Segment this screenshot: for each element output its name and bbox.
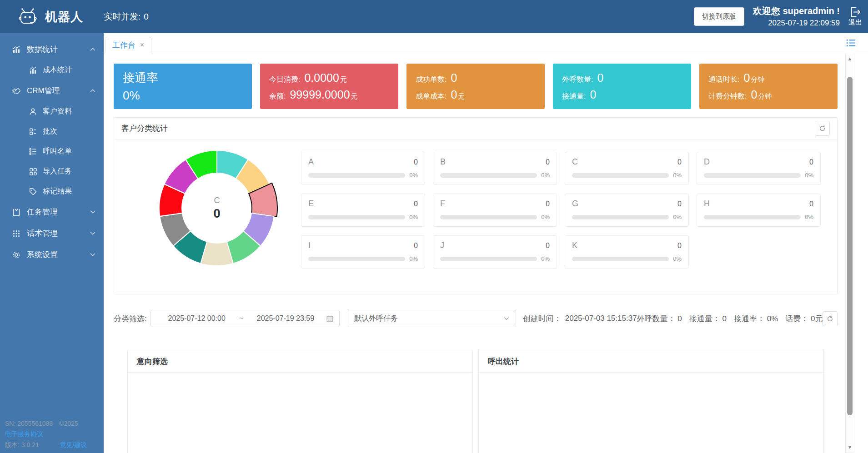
tab-workbench[interactable]: 工作台 ×: [105, 37, 151, 53]
category-percent: 0%: [673, 255, 682, 262]
category-label: I: [308, 241, 311, 250]
filter-row: 分类筛选: 2025-07-12 00:00 ~ 2025-07-19 23:5…: [114, 310, 838, 327]
stat-label: 成单成本:: [416, 92, 447, 101]
scrollbar[interactable]: ▲ ▼: [845, 53, 854, 453]
callout-stats-panel: 呼出统计: [478, 350, 824, 453]
logout-button[interactable]: 退出: [848, 6, 862, 27]
category-progress-bar: [440, 215, 537, 219]
sidebar-subitem-label: 批次: [43, 127, 57, 136]
sidebar-subitem-1-0[interactable]: 客户资料: [0, 101, 104, 121]
stat-card-0: 接通率0%: [114, 64, 252, 109]
category-progress-bar: [440, 257, 537, 261]
created-label: 创建时间：: [523, 314, 562, 324]
category-value: 0: [809, 158, 813, 166]
sidebar-item-label: 系统设置: [27, 249, 58, 260]
sidebar: 数据统计成本统计CRM管理客户资料批次呼叫名单导入任务标记结果任务管理话术管理系…: [0, 33, 104, 453]
category-progress-bar: [308, 173, 405, 178]
stat-label: 0%: [123, 89, 140, 103]
import-tasks-icon: [29, 167, 37, 176]
category-value: 0: [809, 200, 813, 208]
stat-unit: 分钟: [758, 92, 772, 101]
refresh-icon[interactable]: [815, 121, 830, 136]
scrollbar-thumb[interactable]: [847, 77, 853, 415]
sidebar-nav: 数据统计成本统计CRM管理客户资料批次呼叫名单导入任务标记结果任务管理话术管理系…: [0, 33, 104, 265]
category-label: D: [704, 157, 710, 167]
sidebar-footer: SN: 2055561088©2025 电子服务协议 版本: 3.0.21意见/…: [5, 418, 87, 451]
category-value: 0: [546, 200, 550, 208]
category-label: F: [440, 199, 445, 209]
sidebar-item-label: 话术管理: [27, 228, 58, 239]
category-value: 0: [677, 158, 682, 166]
category-percent: 0%: [409, 172, 418, 179]
category-label: J: [440, 241, 444, 250]
category-percent: 0%: [673, 172, 682, 179]
category-panel-body: C 0 A00%B00%C00%D00%E00%F00%G00%H00%I00%…: [114, 139, 837, 294]
tab-list-icon[interactable]: [846, 39, 856, 47]
sidebar-subitem-1-1[interactable]: 批次: [0, 121, 104, 141]
category-value: 0: [414, 200, 418, 208]
stat-card-1: 今日消费:0.0000元余额:99999.0000元: [260, 64, 398, 109]
sidebar-item-3[interactable]: 话术管理: [0, 223, 104, 244]
category-item-D: D00%: [697, 152, 821, 185]
category-item-I: I00%: [301, 235, 425, 269]
stat-label: 接通率: [123, 70, 158, 86]
sidebar-subitem-1-3[interactable]: 导入任务: [0, 161, 104, 181]
welcome-text: 欢迎您 superadmin !: [753, 5, 840, 18]
sidebar-item-0[interactable]: 数据统计: [0, 39, 104, 60]
sidebar-item-4[interactable]: 系统设置: [0, 244, 104, 265]
category-percent: 0%: [805, 214, 813, 220]
category-percent: 0%: [541, 214, 550, 220]
filter-stats: 外呼数量： 0接通量： 0接通率： 0%话费： 0元: [637, 314, 823, 324]
category-label: E: [308, 199, 314, 209]
header: 机器人 实时并发:0 切换到原版 欢迎您 superadmin ! 2025-0…: [0, 0, 868, 33]
task-select[interactable]: 默认外呼任务: [348, 310, 516, 327]
category-progress-bar: [572, 215, 669, 219]
category-progress-bar: [704, 215, 801, 219]
category-progress-bar: [308, 215, 405, 219]
stat-label: 接通量:: [562, 92, 586, 101]
stat-label: 通话时长:: [708, 75, 739, 85]
stat-unit: 元: [340, 75, 347, 84]
call-list-icon: [29, 147, 37, 156]
category-percent: 0%: [805, 172, 813, 179]
category-item-H: H00%: [697, 194, 821, 227]
stat-unit: 分钟: [751, 75, 764, 84]
tab-bar: 工作台 ×: [104, 33, 868, 53]
category-percent: 0%: [409, 214, 418, 220]
switch-version-button[interactable]: 切换到原版: [694, 7, 744, 26]
customer-category-panel: 客户分类统计 C 0 A00%B00%C: [114, 117, 838, 294]
category-value: 0: [677, 242, 682, 250]
refresh-icon[interactable]: [823, 311, 838, 326]
agreement-link[interactable]: 电子服务协议: [5, 430, 43, 438]
header-right: 切换到原版 欢迎您 superadmin ! 2025-07-19 22:09:…: [694, 5, 868, 29]
date-start: 2025-07-12 00:00: [156, 314, 237, 323]
close-icon[interactable]: ×: [140, 41, 144, 49]
user-icon: [29, 107, 37, 116]
category-label: K: [572, 241, 577, 250]
donut-chart[interactable]: [156, 147, 278, 269]
stat-cards: 接通率0%今日消费:0.0000元余额:99999.0000元成功单数:0成单成…: [114, 64, 838, 109]
category-percent: 0%: [541, 172, 550, 179]
scroll-down-icon[interactable]: ▼: [846, 444, 854, 450]
date-range-input[interactable]: 2025-07-12 00:00 ~ 2025-07-19 23:59: [151, 310, 340, 327]
sidebar-subitem-label: 客户资料: [43, 107, 72, 116]
tab-label: 工作台: [112, 40, 135, 50]
logo: 机器人: [0, 7, 98, 26]
sidebar-item-2[interactable]: 任务管理: [0, 201, 104, 223]
scroll-up-icon[interactable]: ▲: [846, 56, 854, 61]
stat-value: 0: [590, 88, 596, 101]
sidebar-subitem-1-4[interactable]: 标记结果: [0, 181, 104, 201]
category-item-B: B00%: [433, 152, 557, 185]
sidebar-item-1[interactable]: CRM管理: [0, 80, 104, 101]
category-value: 0: [546, 158, 550, 166]
sidebar-subitem-1-2[interactable]: 呼叫名单: [0, 141, 104, 161]
feedback-link[interactable]: 意见/建议: [60, 441, 87, 448]
dots-grid-icon: [12, 229, 21, 238]
category-label: G: [572, 199, 578, 209]
category-label: C: [572, 157, 578, 167]
donut-wrap: C 0: [156, 147, 278, 269]
category-value: 0: [414, 158, 418, 166]
sidebar-subitem-0-0[interactable]: 成本统计: [0, 60, 104, 80]
stat-value: 0: [451, 88, 457, 101]
sidebar-subitem-label: 成本统计: [43, 65, 72, 75]
